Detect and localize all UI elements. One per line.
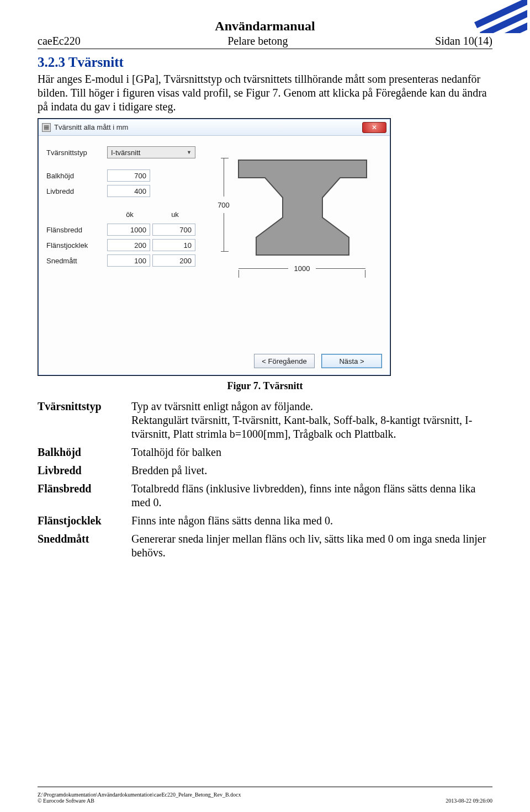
snedmatt-ok-input[interactable]: 100 bbox=[107, 254, 150, 267]
footer-timestamp: 2013-08-22 09:26:00 bbox=[446, 798, 492, 804]
livbredd-input[interactable]: 400 bbox=[107, 185, 150, 197]
desc-tvarsnittstyp: Typ av tvärsnitt enligt någon av följand… bbox=[131, 397, 492, 443]
header-row: caeEc220 Pelare betong Sidan 10(14) bbox=[38, 35, 492, 47]
label-balkhojd: Balkhöjd bbox=[46, 172, 107, 180]
term-flansbredd: Flänsbredd bbox=[38, 480, 131, 512]
brand-logo bbox=[467, 0, 527, 33]
desc-sneddmatt: Genererar sneda linjer mellan fläns och … bbox=[131, 530, 492, 562]
label-livbredd: Livbredd bbox=[46, 187, 107, 195]
close-icon: ✕ bbox=[372, 124, 377, 131]
label-tvarsnittstyp: Tvärsnittstyp bbox=[46, 148, 107, 157]
header-right: Sidan 10(14) bbox=[435, 35, 492, 47]
dialog-screenshot: ▦ Tvärsnitt alla mått i mm ✕ Tvärsnittst… bbox=[38, 118, 391, 376]
term-tvarsnittstyp: Tvärsnittstyp bbox=[38, 397, 131, 443]
table-row: Sneddmått Genererar sneda linjer mellan … bbox=[38, 530, 492, 562]
snedmatt-uk-input[interactable]: 200 bbox=[152, 254, 195, 267]
doc-title: Användarmanual bbox=[38, 19, 492, 34]
app-icon: ▦ bbox=[42, 123, 51, 132]
footer-rule bbox=[38, 787, 492, 787]
col-header-uk: uk bbox=[152, 210, 198, 219]
close-button[interactable]: ✕ bbox=[362, 122, 386, 133]
flansbredd-ok-input[interactable]: 1000 bbox=[107, 224, 150, 236]
combobox-value: I-tvärsnitt bbox=[111, 148, 140, 157]
desc-flansbredd: Totalbredd fläns (inklusive livbredden),… bbox=[131, 480, 492, 512]
footer: Z:\Programdokumentation\Användardokument… bbox=[38, 792, 492, 804]
table-row: Tvärsnittstyp Typ av tvärsnitt enligt nå… bbox=[38, 397, 492, 443]
flansbredd-uk-input[interactable]: 700 bbox=[152, 224, 195, 236]
form: Tvärsnittstyp I-tvärsnitt ▼ Balkhöjd 700… bbox=[46, 145, 212, 268]
header-rule bbox=[38, 49, 492, 49]
term-livbredd: Livbredd bbox=[38, 461, 131, 480]
term-balkhojd: Balkhöjd bbox=[38, 443, 131, 461]
next-button[interactable]: Nästa > bbox=[321, 354, 382, 368]
footer-copyright: © Eurocode Software AB bbox=[38, 798, 94, 804]
definitions-table: Tvärsnittstyp Typ av tvärsnitt enligt nå… bbox=[38, 397, 492, 562]
svg-marker-0 bbox=[239, 160, 367, 255]
prev-button[interactable]: < Föregående bbox=[254, 354, 315, 368]
header-left: caeEc220 bbox=[38, 35, 81, 47]
term-sneddmatt: Sneddmått bbox=[38, 530, 131, 562]
header-center: Pelare betong bbox=[81, 35, 435, 47]
table-row: Flänstjocklek Finns inte någon fläns sät… bbox=[38, 512, 492, 530]
desc-balkhojd: Totalhöjd för balken bbox=[131, 443, 492, 461]
table-row: Balkhöjd Totalhöjd för balken bbox=[38, 443, 492, 461]
col-header-ok: ök bbox=[107, 210, 152, 219]
table-row: Flänsbredd Totalbredd fläns (inklusive l… bbox=[38, 480, 492, 512]
figure-caption: Figur 7. Tvärsnitt bbox=[38, 380, 492, 392]
titlebar: ▦ Tvärsnitt alla mått i mm ✕ bbox=[39, 119, 390, 136]
label-flansbredd: Flänsbredd bbox=[46, 226, 107, 234]
desc-flanstjocklek: Finns inte någon fläns sätts denna lika … bbox=[131, 512, 492, 530]
section-paragraph: Här anges E-modul i [GPa], Tvärsnittstyp… bbox=[38, 72, 492, 114]
table-row: Livbredd Bredden på livet. bbox=[38, 461, 492, 480]
profile-drawing: 700 1000 bbox=[215, 152, 375, 296]
flanstjocklek-uk-input[interactable]: 10 bbox=[152, 239, 195, 251]
label-flanstjocklek: Flänstjocklek bbox=[46, 241, 107, 250]
i-section-shape bbox=[236, 158, 369, 257]
flanstjocklek-ok-input[interactable]: 200 bbox=[107, 239, 150, 251]
dialog-title: Tvärsnitt alla mått i mm bbox=[54, 123, 128, 131]
label-snedmatt: Snedmått bbox=[46, 257, 107, 265]
footer-path: Z:\Programdokumentation\Användardokument… bbox=[38, 792, 492, 798]
section-heading: 3.2.3 Tvärsnitt bbox=[38, 55, 492, 70]
tvarsnittstyp-combobox[interactable]: I-tvärsnitt ▼ bbox=[107, 146, 195, 158]
chevron-down-icon: ▼ bbox=[187, 150, 192, 155]
term-flanstjocklek: Flänstjocklek bbox=[38, 512, 131, 530]
balkhojd-input[interactable]: 700 bbox=[107, 169, 150, 182]
desc-livbredd: Bredden på livet. bbox=[131, 461, 492, 480]
